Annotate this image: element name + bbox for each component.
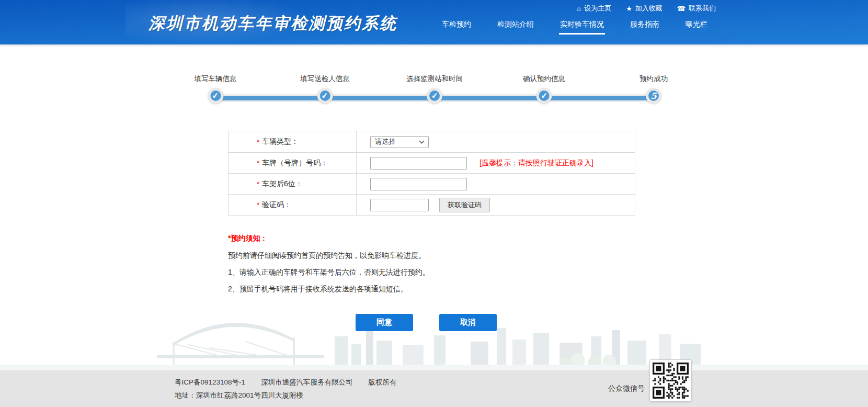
nav-exposure-board[interactable]: 曝光栏 bbox=[686, 20, 707, 38]
notice-line-2: 2、预留手机号码将用于接收系统发送的各项通知短信。 bbox=[228, 285, 430, 293]
vehicle-type-field: 请选择 bbox=[357, 131, 635, 152]
required-mark: * bbox=[257, 180, 259, 188]
check-icon: ✔ bbox=[540, 91, 547, 100]
step-label: 预约成功 bbox=[639, 74, 668, 84]
form-row-vin-last6: * 车架后6位： bbox=[229, 173, 635, 194]
add-favorite-label: 加入收藏 bbox=[635, 4, 663, 13]
plate-number-label: * 车牌（号牌）号码： bbox=[229, 153, 357, 173]
cancel-button[interactable]: 取消 bbox=[439, 314, 497, 331]
icp-number: 粤ICP备09123108号-1 bbox=[175, 378, 245, 386]
required-mark: * bbox=[257, 138, 259, 146]
step-label: 确认预约信息 bbox=[523, 74, 565, 84]
notice-line-intro: 预约前请仔细阅读预约首页的预约告知，以免影响车检进度。 bbox=[228, 251, 430, 260]
nav-vehicle-inspection-booking[interactable]: 车检预约 bbox=[442, 20, 471, 38]
footer: 粤ICP备09123108号-1深圳市通盛汽车服务有限公司版权所有 地址：深圳市… bbox=[0, 370, 868, 407]
contact-us-link[interactable]: ☎ 联系我们 bbox=[677, 4, 716, 13]
step-number: 5 bbox=[650, 91, 656, 101]
captcha-field: 获取验证码 bbox=[357, 195, 635, 215]
wechat-qr-code bbox=[649, 359, 692, 402]
topbar: ⌂ 设为主页 ★ 加入收藏 ☎ 联系我们 bbox=[577, 4, 716, 13]
form-row-captcha: * 验证码： 获取验证码 bbox=[229, 194, 635, 215]
check-icon: ✔ bbox=[212, 91, 219, 100]
step-label: 填写车辆信息 bbox=[195, 74, 237, 84]
form-row-vehicle-type: * 车辆类型： 请选择 bbox=[229, 131, 635, 152]
label-text: 车架后6位： bbox=[262, 179, 303, 189]
label-text: 验证码： bbox=[262, 200, 291, 210]
step-5-success: 预约成功 5 bbox=[639, 74, 668, 104]
wechat-account-label: 公众微信号 bbox=[608, 384, 645, 393]
captcha-input[interactable] bbox=[370, 199, 429, 211]
step-done-circle: ✔ bbox=[317, 88, 333, 104]
check-icon: ✔ bbox=[321, 91, 328, 100]
set-homepage-link[interactable]: ⌂ 设为主页 bbox=[577, 4, 611, 13]
step-current-circle: 5 bbox=[646, 88, 661, 104]
step-4-confirm-info: 确认预约信息 ✔ bbox=[523, 74, 565, 104]
nav-realtime-inspection-status[interactable]: 实时验车情况 bbox=[560, 20, 604, 38]
step-label: 填写送检人信息 bbox=[300, 74, 350, 84]
nav-service-guide[interactable]: 服务指南 bbox=[630, 20, 659, 38]
vin-last6-label: * 车架后6位： bbox=[229, 174, 357, 194]
nav-station-intro[interactable]: 检测站介绍 bbox=[497, 20, 534, 38]
footer-line-1: 粤ICP备09123108号-1深圳市通盛汽车服务有限公司版权所有 bbox=[175, 376, 397, 389]
check-icon: ✔ bbox=[431, 91, 438, 100]
get-captcha-button[interactable]: 获取验证码 bbox=[439, 198, 490, 212]
star-icon: ★ bbox=[626, 5, 632, 12]
chevron-down-icon bbox=[419, 140, 425, 144]
main-nav: 车检预约 检测站介绍 实时验车情况 服务指南 曝光栏 bbox=[442, 20, 707, 38]
step-label: 选择监测站和时间 bbox=[406, 74, 463, 84]
contact-us-label: 联系我们 bbox=[689, 4, 716, 13]
required-mark: * bbox=[257, 159, 259, 167]
set-homepage-label: 设为主页 bbox=[584, 4, 611, 13]
plate-number-field: [温馨提示：请按照行驶证正确录入] bbox=[357, 153, 635, 173]
city-skyline-watermark bbox=[0, 310, 868, 370]
agree-button[interactable]: 同意 bbox=[356, 314, 413, 331]
footer-address: 地址：深圳市红荔路2001号四川大厦附楼 bbox=[175, 389, 397, 402]
notice-line-1: 1、请输入正确的车牌号和车架号后六位，否则无法进行预约。 bbox=[228, 268, 430, 277]
step-done-circle: ✔ bbox=[536, 88, 552, 104]
step-done-circle: ✔ bbox=[427, 88, 442, 104]
vehicle-form: * 车辆类型： 请选择 * 车牌（号牌）号码： [温馨提示：请按照行驶证正确录入… bbox=[228, 131, 635, 216]
form-row-plate-number: * 车牌（号牌）号码： [温馨提示：请按照行驶证正确录入] bbox=[229, 152, 635, 173]
vin-last6-input[interactable] bbox=[370, 178, 467, 190]
copyright-label: 版权所有 bbox=[369, 378, 397, 386]
qr-code-canvas bbox=[653, 363, 689, 399]
company-name: 深圳市通盛汽车服务有限公司 bbox=[261, 378, 353, 386]
vin-last6-field bbox=[357, 174, 635, 194]
label-text: 车牌（号牌）号码： bbox=[262, 159, 328, 168]
vehicle-type-label: * 车辆类型： bbox=[229, 131, 357, 152]
add-favorite-link[interactable]: ★ 加入收藏 bbox=[626, 4, 663, 13]
notice-title: *预约须知： bbox=[228, 234, 430, 243]
header: ⌂ 设为主页 ★ 加入收藏 ☎ 联系我们 深圳市机动车年审检测预约系统 车检预约… bbox=[0, 0, 868, 44]
step-2-inspector-info: 填写送检人信息 ✔ bbox=[300, 74, 350, 104]
booking-notice: *预约须知： 预约前请仔细阅读预约首页的预约告知，以免影响车检进度。 1、请输入… bbox=[228, 234, 430, 293]
required-mark: * bbox=[257, 201, 259, 209]
phone-icon: ☎ bbox=[677, 5, 686, 12]
step-3-station-time: 选择监测站和时间 ✔ bbox=[406, 74, 463, 104]
steps-progress: 填写车辆信息 ✔ 填写送检人信息 ✔ 选择监测站和时间 ✔ 确认预约信息 ✔ 预… bbox=[215, 74, 654, 112]
site-title: 深圳市机动车年审检测预约系统 bbox=[149, 13, 397, 35]
captcha-label: * 验证码： bbox=[229, 195, 357, 215]
home-icon: ⌂ bbox=[577, 5, 581, 12]
plate-number-hint: [温馨提示：请按照行驶证正确录入] bbox=[479, 159, 593, 168]
step-done-circle: ✔ bbox=[208, 88, 223, 104]
plate-number-input[interactable] bbox=[370, 157, 467, 169]
label-text: 车辆类型： bbox=[262, 137, 299, 146]
vehicle-type-select[interactable]: 请选择 bbox=[370, 136, 429, 148]
step-1-vehicle-info: 填写车辆信息 ✔ bbox=[195, 74, 237, 104]
footer-text: 粤ICP备09123108号-1深圳市通盛汽车服务有限公司版权所有 地址：深圳市… bbox=[175, 376, 397, 402]
selected-option: 请选择 bbox=[375, 137, 395, 146]
